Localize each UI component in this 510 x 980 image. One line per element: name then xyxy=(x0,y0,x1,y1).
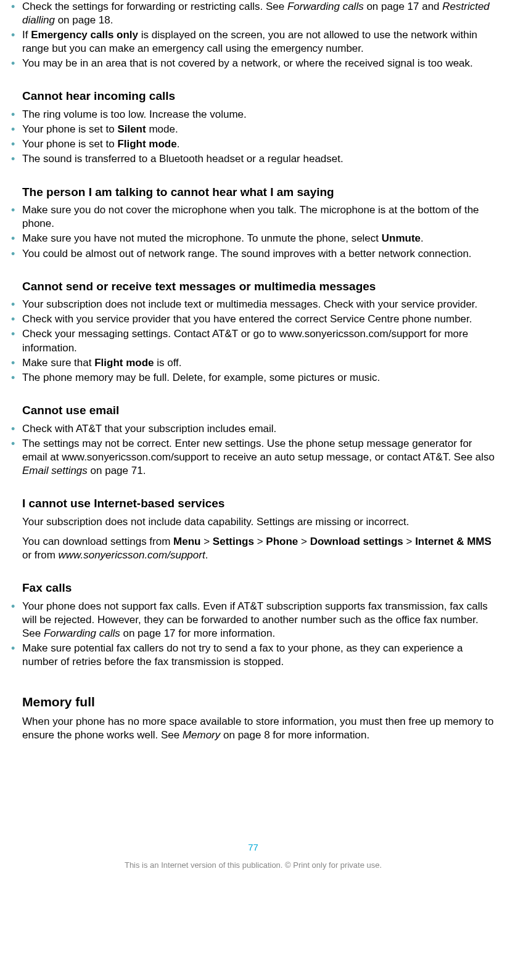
list-item: You may be in an area that is not covere… xyxy=(9,57,498,70)
list-item: Check your messaging settings. Contact A… xyxy=(9,327,498,354)
list-item: You could be almost out of network range… xyxy=(9,247,498,261)
list-item: If Emergency calls only is displayed on … xyxy=(9,28,498,55)
heading-cannot-send-messages: Cannot send or receive text messages or … xyxy=(9,279,498,295)
heading-internet-services: I cannot use Internet-based services xyxy=(9,496,498,512)
page-number: 77 xyxy=(9,841,498,854)
list-item: Check with AT&T that your subscription i… xyxy=(9,422,498,436)
bullet-list: Your subscription does not include text … xyxy=(9,298,498,385)
heading-fax-calls: Fax calls xyxy=(9,581,498,596)
list-item: Your phone does not support fax calls. E… xyxy=(9,600,498,640)
list-item: Check with you service provider that you… xyxy=(9,312,498,326)
list-item: Make sure you have not muted the microph… xyxy=(9,232,498,245)
paragraph: When your phone has no more space availa… xyxy=(9,715,498,742)
list-item: Check the settings for forwarding or res… xyxy=(9,0,498,27)
heading-cannot-use-email: Cannot use email xyxy=(9,403,498,419)
document-page: Check the settings for forwarding or res… xyxy=(0,0,510,871)
list-item: Make sure potential fax callers do not t… xyxy=(9,642,498,669)
heading-person-cannot-hear: The person I am talking to cannot hear w… xyxy=(9,185,498,200)
list-item: The settings may not be correct. Enter n… xyxy=(9,437,498,478)
list-item: The sound is transferred to a Bluetooth … xyxy=(9,152,498,166)
list-item: The phone memory may be full. Delete, fo… xyxy=(9,371,498,385)
footer-text: This is an Internet version of this publ… xyxy=(9,860,498,871)
list-item: Make sure that Flight mode is off. xyxy=(9,356,498,370)
bullet-list: Your phone does not support fax calls. E… xyxy=(9,600,498,669)
bullet-list: Check with AT&T that your subscription i… xyxy=(9,422,498,478)
paragraph: You can download settings from Menu > Se… xyxy=(9,535,498,562)
bullet-list: Make sure you do not cover the microphon… xyxy=(9,203,498,260)
list-item: Your subscription does not include text … xyxy=(9,298,498,311)
list-item: The ring volume is too low. Increase the… xyxy=(9,108,498,121)
bullet-list: The ring volume is too low. Increase the… xyxy=(9,108,498,166)
heading-memory-full: Memory full xyxy=(9,693,498,710)
top-bullet-list: Check the settings for forwarding or res… xyxy=(9,0,498,70)
list-item: Make sure you do not cover the microphon… xyxy=(9,203,498,231)
list-item: Your phone is set to Silent mode. xyxy=(9,123,498,136)
heading-cannot-hear-incoming: Cannot hear incoming calls xyxy=(9,89,498,104)
paragraph: Your subscription does not include data … xyxy=(9,515,498,529)
list-item: Your phone is set to Flight mode. xyxy=(9,137,498,151)
